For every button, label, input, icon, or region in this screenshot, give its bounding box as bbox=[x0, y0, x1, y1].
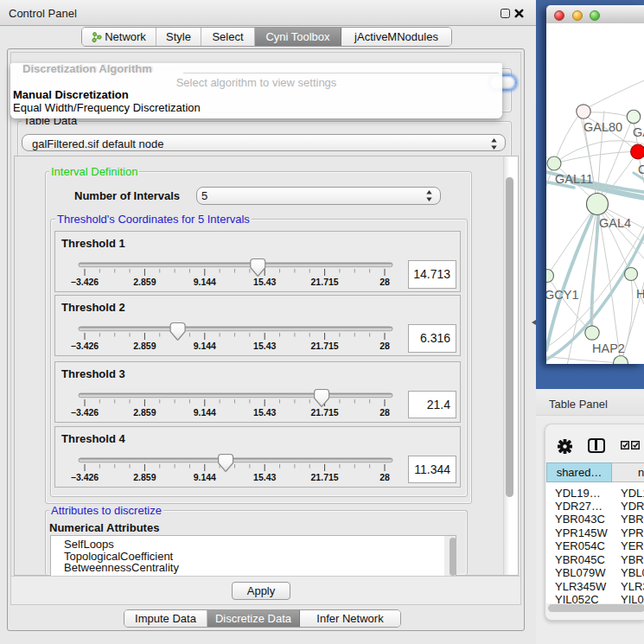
svg-text:21.715: 21.715 bbox=[311, 406, 339, 417]
svg-text:GCY1: GCY1 bbox=[546, 288, 579, 302]
svg-text:−3.426: −3.426 bbox=[71, 471, 99, 481]
svg-text:28: 28 bbox=[379, 406, 390, 417]
svg-text:C: C bbox=[638, 163, 644, 176]
svg-text:28: 28 bbox=[379, 277, 390, 287]
svg-text:2.859: 2.859 bbox=[133, 406, 156, 417]
svg-text:15.43: 15.43 bbox=[253, 406, 276, 417]
svg-text:21.715: 21.715 bbox=[311, 471, 339, 481]
svg-text:GAL11: GAL11 bbox=[555, 172, 593, 186]
svg-text:2.859: 2.859 bbox=[133, 341, 156, 351]
svg-text:GA: GA bbox=[633, 125, 644, 139]
svg-text:21.715: 21.715 bbox=[311, 277, 339, 287]
svg-text:15.43: 15.43 bbox=[253, 471, 276, 481]
svg-text:−3.426: −3.426 bbox=[71, 341, 99, 351]
svg-text:21.715: 21.715 bbox=[311, 341, 339, 351]
svg-text:HI: HI bbox=[636, 287, 644, 301]
svg-text:2.859: 2.859 bbox=[133, 471, 156, 481]
svg-text:GAL4: GAL4 bbox=[599, 216, 631, 230]
svg-text:28: 28 bbox=[379, 471, 390, 481]
svg-text:GAL80: GAL80 bbox=[583, 120, 622, 134]
svg-text:28: 28 bbox=[379, 341, 390, 351]
svg-text:9.144: 9.144 bbox=[194, 471, 216, 481]
svg-text:15.43: 15.43 bbox=[253, 341, 276, 351]
svg-text:−3.426: −3.426 bbox=[71, 277, 99, 287]
svg-text:15.43: 15.43 bbox=[253, 277, 276, 287]
svg-text:−3.426: −3.426 bbox=[71, 406, 99, 417]
svg-text:9.144: 9.144 bbox=[194, 277, 216, 287]
svg-text:HAP2: HAP2 bbox=[592, 341, 625, 355]
svg-text:9.144: 9.144 bbox=[194, 406, 216, 417]
svg-text:9.144: 9.144 bbox=[194, 341, 216, 351]
svg-text:2.859: 2.859 bbox=[133, 277, 156, 287]
